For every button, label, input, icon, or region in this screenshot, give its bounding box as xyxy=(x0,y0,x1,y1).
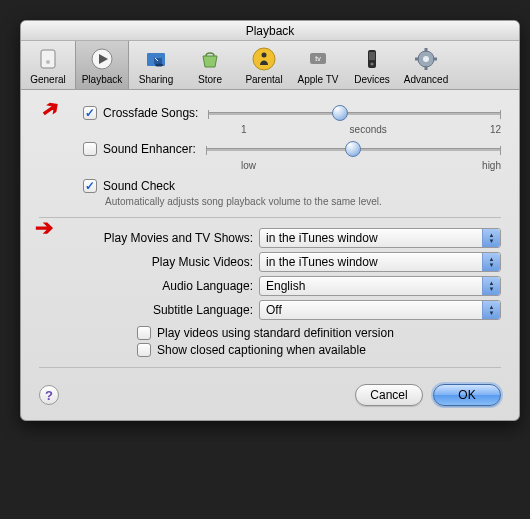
tab-sharing[interactable]: Sharing xyxy=(129,41,183,89)
cc-checkbox[interactable] xyxy=(137,343,151,357)
svg-point-15 xyxy=(423,56,429,62)
help-button[interactable]: ? xyxy=(39,385,59,405)
crossfade-unit: seconds xyxy=(350,124,387,135)
general-icon xyxy=(34,45,62,73)
movies-combobox[interactable]: in the iTunes window ▲▼ xyxy=(259,228,501,248)
music-label: Play Music Videos: xyxy=(39,255,259,269)
svg-rect-12 xyxy=(369,52,375,60)
movies-label: Play Movies and TV Shows: xyxy=(39,231,259,245)
content-pane: ➔ ➔ Crossfade Songs: 1 seconds 12 Sound … xyxy=(21,90,519,420)
store-icon xyxy=(196,45,224,73)
tab-general[interactable]: General xyxy=(21,41,75,89)
separator xyxy=(39,217,501,218)
svg-text:tv: tv xyxy=(315,55,321,62)
enhancer-high: high xyxy=(482,160,501,171)
cc-label: Show closed captioning when available xyxy=(157,343,366,357)
soundcheck-checkbox[interactable] xyxy=(83,179,97,193)
chevron-updown-icon: ▲▼ xyxy=(482,253,500,271)
window-title: Playback xyxy=(21,21,519,41)
tab-parental[interactable]: Parental xyxy=(237,41,291,89)
chevron-updown-icon: ▲▼ xyxy=(482,229,500,247)
gear-icon xyxy=(412,45,440,73)
crossfade-min: 1 xyxy=(241,124,247,135)
toolbar: General Playback Sharing Store Parental … xyxy=(21,41,519,90)
sharing-icon xyxy=(142,45,170,73)
appletv-icon: tv xyxy=(304,45,332,73)
svg-point-7 xyxy=(253,48,275,70)
tab-advanced[interactable]: Advanced xyxy=(399,41,453,89)
enhancer-checkbox[interactable] xyxy=(83,142,97,156)
crossfade-checkbox[interactable] xyxy=(83,106,97,120)
enhancer-low: low xyxy=(241,160,256,171)
crossfade-slider[interactable] xyxy=(208,103,501,123)
enhancer-label: Sound Enhancer: xyxy=(103,142,196,156)
crossfade-label: Crossfade Songs: xyxy=(103,106,198,120)
svg-rect-0 xyxy=(41,50,55,68)
preferences-window: Playback General Playback Sharing Store … xyxy=(20,20,520,421)
tab-playback[interactable]: Playback xyxy=(75,41,129,89)
parental-icon xyxy=(250,45,278,73)
subtitle-lang-label: Subtitle Language: xyxy=(39,303,259,317)
chevron-updown-icon: ▲▼ xyxy=(482,277,500,295)
svg-point-6 xyxy=(155,64,163,67)
cancel-button[interactable]: Cancel xyxy=(355,384,423,406)
crossfade-max: 12 xyxy=(490,124,501,135)
tab-store[interactable]: Store xyxy=(183,41,237,89)
play-icon xyxy=(88,45,116,73)
tab-apple-tv[interactable]: tv Apple TV xyxy=(291,41,345,89)
annotation-arrow-icon: ➔ xyxy=(35,93,65,125)
sd-label: Play videos using standard definition ve… xyxy=(157,326,394,340)
audio-lang-label: Audio Language: xyxy=(39,279,259,293)
separator xyxy=(39,367,501,368)
svg-point-8 xyxy=(262,53,267,58)
soundcheck-label: Sound Check xyxy=(103,179,175,193)
audio-lang-combobox[interactable]: English ▲▼ xyxy=(259,276,501,296)
chevron-updown-icon: ▲▼ xyxy=(482,301,500,319)
soundcheck-description: Automatically adjusts song playback volu… xyxy=(105,196,501,207)
subtitle-lang-combobox[interactable]: Off ▲▼ xyxy=(259,300,501,320)
music-combobox[interactable]: in the iTunes window ▲▼ xyxy=(259,252,501,272)
enhancer-slider[interactable] xyxy=(206,139,501,159)
svg-point-13 xyxy=(370,62,373,65)
svg-point-1 xyxy=(46,60,50,64)
tab-devices[interactable]: Devices xyxy=(345,41,399,89)
devices-icon xyxy=(358,45,386,73)
ok-button[interactable]: OK xyxy=(433,384,501,406)
sd-checkbox[interactable] xyxy=(137,326,151,340)
